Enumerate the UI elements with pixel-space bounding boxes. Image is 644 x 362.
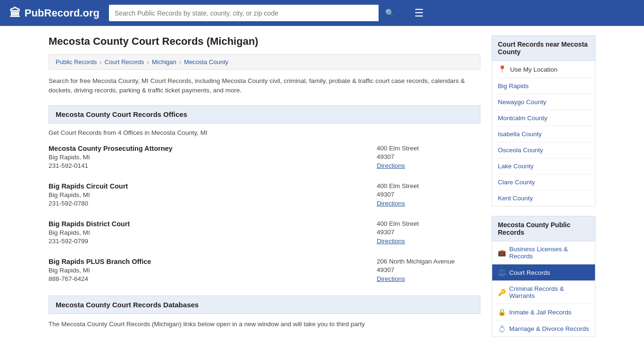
directions-link-1[interactable]: Directions [377,162,405,169]
breadcrumb: Public Records › Court Records › Michiga… [49,54,480,70]
sidebar-item-big-rapids[interactable]: Big Rapids [492,78,595,94]
sidebar-label-inmate-records: Inmate & Jail Records [509,309,571,316]
sidebar-item-court-records[interactable]: ⚖️ Court Records [492,264,595,281]
sidebar-label-lake: Lake County [498,163,534,170]
sidebar-item-kent[interactable]: Kent County [492,190,595,206]
office-street-4: 206 North Michigan Avenue [377,258,480,265]
sidebar-link-big-rapids[interactable]: Big Rapids [492,78,595,94]
sidebar-use-location[interactable]: 📍 Use My Location [492,61,595,78]
databases-intro: The Mecosta County Court Records (Michig… [49,320,480,329]
office-zip-2: 49307 [377,191,480,198]
sidebar-link-clare[interactable]: Clare County [492,174,595,190]
office-phone-3: 231-592-0799 [49,238,377,245]
sidebar-item-business-licenses[interactable]: 💼 Business Licenses & Records [492,241,595,264]
office-address-2: 400 Elm Street 49307 Directions [377,182,480,207]
sidebar-link-criminal-records[interactable]: 🔑 Criminal Records & Warrants [492,281,595,304]
use-location-label: Use My Location [510,66,558,73]
office-name-4: Big Rapids PLUS Branch Office [49,258,377,265]
office-entry-2: Big Rapids Circuit Court Big Rapids, MI … [49,182,480,210]
sidebar-item-montcalm[interactable]: Montcalm County [492,110,595,126]
sidebar-link-montcalm[interactable]: Montcalm County [492,110,595,126]
sidebar-item-osceola[interactable]: Osceola County [492,142,595,158]
office-phone-2: 231-592-0780 [49,200,377,207]
office-entry-1: Mecosta County Prosecuting Attorney Big … [49,145,480,172]
breadcrumb-sep-2: › [147,58,149,66]
directions-link-2[interactable]: Directions [377,200,405,207]
search-bar: 🔍 [109,5,401,21]
main-content: Mecosta County Court Records (Michigan) … [49,35,480,337]
breadcrumb-sep-1: › [99,58,101,66]
breadcrumb-court-records[interactable]: Court Records [105,58,144,66]
sidebar-item-criminal-records[interactable]: 🔑 Criminal Records & Warrants [492,281,595,304]
office-name-2: Big Rapids Circuit Court [49,182,377,190]
offices-count: Get Court Records from 4 Offices in Meco… [49,129,480,136]
location-icon: 📍 [498,65,507,74]
sidebar-item-newaygo[interactable]: Newaygo County [492,94,595,110]
search-button[interactable]: 🔍 [379,5,401,21]
hamburger-button[interactable]: ☰ [411,5,428,21]
sidebar-item-clare[interactable]: Clare County [492,174,595,190]
sidebar-label-kent: Kent County [498,195,533,202]
sidebar-link-court-records[interactable]: ⚖️ Court Records [492,264,595,280]
breadcrumb-sep-3: › [179,58,181,66]
breadcrumb-michigan[interactable]: Michigan [152,58,176,66]
sidebar-item-lake[interactable]: Lake County [492,158,595,174]
lock-icon: 🔒 [498,308,506,316]
site-logo[interactable]: 🏛 PubRecord.org [9,7,99,20]
intro-text: Search for free Mecosta County, MI Court… [49,76,480,96]
sidebar-label-business-licenses: Business Licenses & Records [509,246,589,260]
heart-icon: 💍 [498,325,506,332]
office-city-4: Big Rapids, MI [49,267,377,274]
office-info-2: Big Rapids Circuit Court Big Rapids, MI … [49,182,377,207]
office-zip-4: 49307 [377,266,480,273]
balance-icon: ⚖️ [498,269,506,276]
office-city-1: Big Rapids, MI [49,154,377,161]
office-address-1: 400 Elm Street 49307 Directions [377,145,480,169]
office-info-4: Big Rapids PLUS Branch Office Big Rapids… [49,258,377,282]
office-address-3: 400 Elm Street 49307 Directions [377,220,480,245]
sidebar-link-marriage-records[interactable]: 💍 Marriage & Divorce Records [492,321,595,337]
office-zip-3: 49307 [377,229,480,236]
search-input[interactable] [109,6,379,21]
office-name-1: Mecosta County Prosecuting Attorney [49,145,377,152]
office-city-3: Big Rapids, MI [49,229,377,236]
main-wrapper: Mecosta County Court Records (Michigan) … [39,26,605,346]
offices-section-header: Mecosta County Court Records Offices [49,105,480,123]
sidebar-label-criminal-records: Criminal Records & Warrants [509,285,589,299]
office-phone-1: 231-592-0141 [49,162,377,169]
breadcrumb-public-records[interactable]: Public Records [56,58,97,66]
logo-icon: 🏛 [9,7,21,20]
sidebar-link-isabella[interactable]: Isabella County [492,126,595,142]
sidebar-link-osceola[interactable]: Osceola County [492,142,595,158]
sidebar-link-business-licenses[interactable]: 💼 Business Licenses & Records [492,241,595,264]
sidebar-link-lake[interactable]: Lake County [492,158,595,174]
logo-text: PubRecord.org [25,7,99,19]
office-name-3: Big Rapids District Court [49,220,377,228]
sidebar-label-court-records: Court Records [509,269,550,276]
sidebar-label-clare: Clare County [498,179,535,186]
sidebar-link-newaygo[interactable]: Newaygo County [492,94,595,110]
site-header: 🏛 PubRecord.org 🔍 ☰ [0,0,644,26]
sidebar-nearby-header: Court Records near Mecosta County [492,35,595,61]
office-info-3: Big Rapids District Court Big Rapids, MI… [49,220,377,245]
sidebar-item-isabella[interactable]: Isabella County [492,126,595,142]
sidebar-link-kent[interactable]: Kent County [492,190,595,206]
use-location-link[interactable]: 📍 Use My Location [492,61,595,78]
sidebar-public-records-header: Mecosta County Public Records [492,216,595,241]
sidebar-item-marriage-records[interactable]: 💍 Marriage & Divorce Records [492,321,595,337]
office-info-1: Mecosta County Prosecuting Attorney Big … [49,145,377,169]
sidebar-label-big-rapids: Big Rapids [498,82,528,90]
sidebar-link-inmate-records[interactable]: 🔒 Inmate & Jail Records [492,304,595,320]
office-street-2: 400 Elm Street [377,182,480,189]
office-address-4: 206 North Michigan Avenue 49307 Directio… [377,258,480,282]
office-zip-1: 49307 [377,153,480,160]
breadcrumb-mecosta-county[interactable]: Mecosta County [184,58,228,66]
directions-link-4[interactable]: Directions [377,275,405,282]
briefcase-icon: 💼 [498,249,506,256]
page-title: Mecosta County Court Records (Michigan) [49,35,480,48]
office-street-1: 400 Elm Street [377,145,480,152]
sidebar: Court Records near Mecosta County 📍 Use … [492,35,595,337]
sidebar-records-list: 💼 Business Licenses & Records ⚖️ Court R… [492,241,595,337]
directions-link-3[interactable]: Directions [377,238,405,245]
sidebar-item-inmate-records[interactable]: 🔒 Inmate & Jail Records [492,304,595,321]
